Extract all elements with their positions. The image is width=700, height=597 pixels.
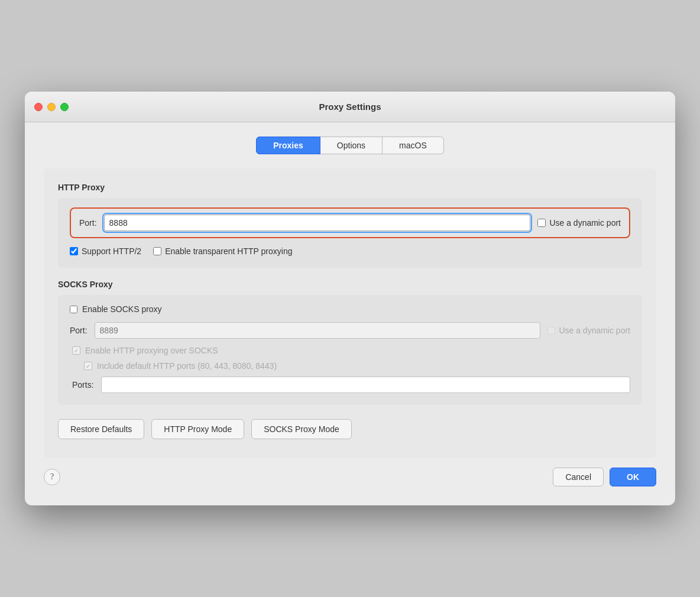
http-options-row: Support HTTP/2 Enable transparent HTTP p… bbox=[70, 246, 630, 256]
support-http2-label[interactable]: Support HTTP/2 bbox=[70, 246, 141, 256]
tab-bar: Proxies Options macOS bbox=[44, 137, 656, 154]
window-content: Proxies Options macOS HTTP Proxy Port: U… bbox=[25, 122, 675, 505]
cancel-button[interactable]: Cancel bbox=[553, 468, 604, 486]
http-port-row: Port: Use a dynamic port bbox=[70, 207, 630, 238]
http-proxy-section: Port: Use a dynamic port Support HTTP/2 bbox=[58, 198, 642, 268]
http-over-socks-label: Enable HTTP proxying over SOCKS bbox=[85, 346, 218, 355]
socks-enable-checkbox[interactable] bbox=[70, 306, 77, 313]
http-over-socks-option: ✓ Enable HTTP proxying over SOCKS bbox=[70, 346, 630, 355]
socks-dynamic-port-label: Use a dynamic port bbox=[547, 326, 630, 335]
http-proxy-section-label: HTTP Proxy bbox=[58, 183, 642, 192]
transparent-proxying-label[interactable]: Enable transparent HTTP proxying bbox=[153, 246, 292, 256]
socks-proxy-section-label: SOCKS Proxy bbox=[58, 280, 642, 289]
transparent-proxying-checkbox[interactable] bbox=[153, 247, 161, 255]
include-ports-option: ✓ Include default HTTP ports (80, 443, 8… bbox=[70, 361, 630, 371]
tab-proxies[interactable]: Proxies bbox=[256, 137, 320, 154]
socks-port-input[interactable] bbox=[95, 322, 541, 339]
footer-buttons: Cancel OK bbox=[553, 468, 656, 486]
socks-proxy-mode-button[interactable]: SOCKS Proxy Mode bbox=[251, 419, 352, 439]
socks-ports-input[interactable] bbox=[101, 377, 630, 393]
ok-button[interactable]: OK bbox=[610, 468, 656, 486]
http-dynamic-port-checkbox[interactable] bbox=[537, 219, 546, 227]
window-title: Proxy Settings bbox=[319, 102, 381, 112]
action-buttons: Restore Defaults HTTP Proxy Mode SOCKS P… bbox=[58, 419, 642, 439]
http-proxy-mode-button[interactable]: HTTP Proxy Mode bbox=[151, 419, 244, 439]
socks-enable-label[interactable]: Enable SOCKS proxy bbox=[82, 304, 162, 314]
socks-dynamic-port-checkbox bbox=[547, 327, 555, 335]
minimize-button[interactable] bbox=[47, 103, 56, 111]
http-port-label: Port: bbox=[79, 218, 97, 228]
socks-ports-row: Ports: bbox=[70, 377, 630, 393]
tab-macos[interactable]: macOS bbox=[383, 137, 444, 154]
main-panel: HTTP Proxy Port: Use a dynamic port Supp… bbox=[44, 168, 656, 458]
socks-port-row: Port: Use a dynamic port bbox=[70, 322, 630, 339]
window-controls bbox=[34, 103, 69, 111]
http-over-socks-check-icon: ✓ bbox=[72, 346, 80, 355]
socks-enable-row: Enable SOCKS proxy bbox=[70, 304, 630, 314]
maximize-button[interactable] bbox=[60, 103, 69, 111]
footer: ? Cancel OK bbox=[44, 458, 656, 489]
tab-options[interactable]: Options bbox=[320, 137, 383, 154]
restore-defaults-button[interactable]: Restore Defaults bbox=[58, 419, 144, 439]
close-button[interactable] bbox=[34, 103, 43, 111]
support-http2-checkbox[interactable] bbox=[70, 247, 78, 255]
socks-proxy-section: Enable SOCKS proxy Port: Use a dynamic p… bbox=[58, 295, 642, 405]
socks-port-label: Port: bbox=[70, 326, 88, 335]
help-button[interactable]: ? bbox=[44, 469, 60, 485]
socks-ports-label: Ports: bbox=[70, 380, 94, 390]
titlebar: Proxy Settings bbox=[25, 92, 675, 122]
include-ports-label: Include default HTTP ports (80, 443, 808… bbox=[97, 361, 277, 371]
http-port-input[interactable] bbox=[104, 215, 531, 231]
http-dynamic-port-label[interactable]: Use a dynamic port bbox=[537, 218, 621, 228]
include-ports-check-icon: ✓ bbox=[84, 362, 92, 370]
